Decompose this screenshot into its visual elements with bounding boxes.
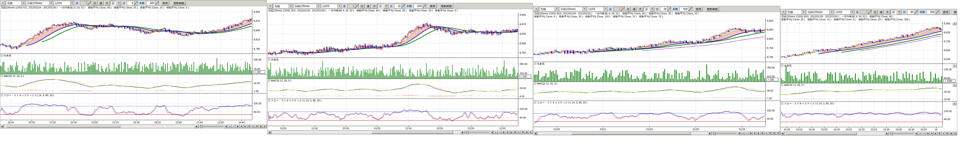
scroll-right-button[interactable]: ▶: [195, 124, 199, 128]
spinner-button[interactable]: [689, 7, 692, 11]
chevron-down-icon[interactable]: ▼: [802, 10, 805, 14]
bar-count-input[interactable]: 500: [679, 7, 692, 11]
magnifier-button[interactable]: ⊕: [525, 131, 529, 134]
spinner-button[interactable]: [355, 4, 358, 8]
period-month-button[interactable]: 月: [104, 1, 110, 5]
scroll-thumb[interactable]: [6, 125, 120, 128]
multi-symbol-button[interactable]: 複数銘柄: [439, 4, 453, 8]
period-week-button[interactable]: 週: [632, 7, 637, 11]
multi-symbol-button[interactable]: 複数銘柄: [705, 7, 719, 11]
step-last-button[interactable]: ▶: [934, 132, 937, 135]
close-tools-button[interactable]: X: [953, 132, 957, 135]
bar-count-input[interactable]: 500: [414, 4, 426, 8]
fit-button[interactable]: ◆: [749, 131, 753, 135]
pane-scale-dropdown[interactable]: ▼: [952, 64, 956, 67]
zoom-in-button[interactable]: ＋: [494, 131, 498, 134]
period-tick-button[interactable]: T: [384, 4, 388, 8]
close-tools-button[interactable]: X: [529, 131, 533, 134]
minute-value-input[interactable]: 15: [394, 4, 405, 8]
period-tick-button[interactable]: T: [650, 7, 654, 11]
zoom-slider-knob[interactable]: [714, 132, 716, 135]
category-select[interactable]: 先物▼: [273, 4, 293, 8]
magnifier-button[interactable]: ⊕: [949, 132, 953, 135]
d-tool-button[interactable]: D: [760, 131, 764, 135]
chevron-down-icon[interactable]: ▼: [582, 7, 586, 11]
zoom-slider[interactable]: [465, 131, 490, 134]
period-month-button[interactable]: 月: [372, 4, 377, 8]
zoom-out-button[interactable]: －: [922, 132, 926, 135]
period-tick-button[interactable]: T: [116, 1, 121, 5]
minute-value-input[interactable]: 60: [907, 10, 918, 14]
spinner-button[interactable]: [621, 7, 624, 11]
period-minute-button[interactable]: 分: [891, 10, 896, 14]
spinner-button[interactable]: [423, 4, 426, 8]
apply-button[interactable]: 適用: [941, 10, 950, 14]
period-tick-button[interactable]: T: [897, 10, 901, 14]
step-first-button[interactable]: ◀: [490, 131, 494, 134]
symbol-select[interactable]: 日経225mini▼: [559, 7, 587, 11]
stop-button[interactable]: ■: [240, 124, 243, 128]
l-tool-button[interactable]: L: [764, 131, 768, 135]
scroll-right-button[interactable]: ▶: [708, 131, 712, 135]
scroll-left-button[interactable]: ◀: [267, 131, 271, 134]
scroll-left-button[interactable]: ◀: [781, 132, 784, 135]
zoom-out-button[interactable]: －: [232, 124, 235, 128]
period-month-button[interactable]: 月: [638, 7, 643, 11]
bar-count-input[interactable]: 500: [927, 10, 939, 14]
period-minute-button[interactable]: 分: [110, 1, 116, 5]
symbol-select[interactable]: 日経225mini▼: [807, 10, 834, 14]
multi-symbol-button[interactable]: 複数銘柄: [172, 1, 186, 5]
close-tools-button[interactable]: X: [776, 131, 780, 135]
r-tool-button[interactable]: R: [255, 124, 259, 128]
zoom-out-button[interactable]: －: [498, 131, 502, 134]
scroll-right-button[interactable]: ▶: [885, 132, 889, 135]
l-tool-button[interactable]: L: [517, 131, 521, 134]
chevron-down-icon[interactable]: ▼: [21, 1, 25, 5]
pane-scale-dropdown[interactable]: ▼: [952, 83, 956, 87]
chevron-down-icon[interactable]: ▼: [70, 1, 74, 5]
spinner-button[interactable]: [155, 1, 159, 5]
period-week-button[interactable]: 週: [366, 4, 371, 8]
apply-button[interactable]: 適用: [428, 4, 436, 8]
chart-canvas[interactable]: 8,9058,8558,8058,7558,705780.00310.0028.…: [534, 19, 780, 127]
symbol-select[interactable]: 日経225mini▼: [26, 1, 53, 5]
category-select[interactable]: 先物▼: [6, 1, 25, 5]
contract-select[interactable]: 12/03▼: [587, 7, 608, 11]
chart-canvas[interactable]: 8,9058,8258,7458,6658,590135.0050.0033.0…: [781, 21, 957, 127]
zoom-slider[interactable]: [712, 131, 737, 135]
spinner-button[interactable]: [134, 1, 137, 5]
zoom-in-button[interactable]: ＋: [741, 131, 745, 135]
period-week-button[interactable]: 週: [878, 10, 884, 14]
bar-count-input[interactable]: 500: [146, 1, 159, 5]
period-week-button[interactable]: 週: [98, 1, 103, 5]
step-last-button[interactable]: ▶: [509, 131, 513, 134]
step-first-button[interactable]: ◀: [224, 124, 228, 128]
chevron-down-icon[interactable]: ▼: [337, 4, 341, 8]
scroll-right-button[interactable]: ▶: [461, 131, 465, 134]
apply-button[interactable]: 適用: [694, 7, 702, 11]
chevron-down-icon[interactable]: ▼: [289, 4, 293, 8]
apply-button[interactable]: 適用: [161, 1, 169, 5]
spinner-button[interactable]: [868, 10, 872, 14]
zoom-slider-knob[interactable]: [891, 132, 892, 135]
chart-canvas[interactable]: 8,9058,8708,8358,8008,765390.00155.0024.…: [267, 13, 533, 126]
step-last-button[interactable]: ▶: [757, 131, 760, 135]
scroll-track[interactable]: [784, 132, 885, 135]
stop-button[interactable]: ■: [506, 131, 509, 134]
fit-button[interactable]: ◆: [502, 131, 506, 134]
window-menu-button[interactable]: ▼: [1, 1, 5, 5]
scroll-track[interactable]: [271, 131, 461, 134]
chevron-down-icon[interactable]: ▼: [603, 7, 607, 11]
minute-value-input[interactable]: 5: [127, 1, 138, 5]
spinner-button[interactable]: [935, 10, 939, 14]
magnifier-button[interactable]: ⊕: [772, 131, 776, 135]
pane-scale-dropdown[interactable]: ▼: [952, 22, 956, 25]
minute-value-input[interactable]: 30: [660, 7, 671, 11]
period-day-button[interactable]: 日: [359, 4, 365, 8]
step-first-button[interactable]: ◀: [914, 132, 918, 135]
stop-button[interactable]: ■: [753, 131, 757, 135]
spinner-button[interactable]: [914, 10, 918, 14]
zoom-slider-knob[interactable]: [200, 125, 202, 128]
scroll-thumb[interactable]: [372, 131, 453, 134]
contract-select[interactable]: 12/03▼: [834, 10, 854, 14]
